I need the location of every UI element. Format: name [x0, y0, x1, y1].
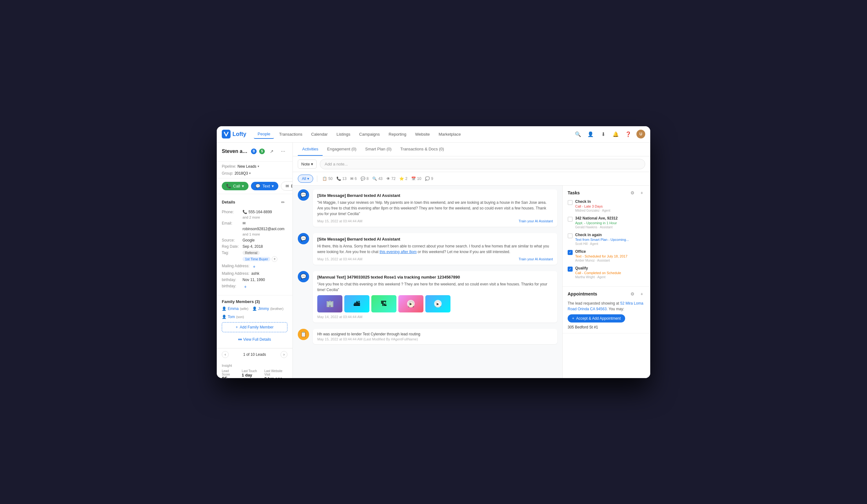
text-icon: 💬 — [255, 184, 260, 189]
call-button[interactable]: 📞 Call ▾ — [222, 182, 248, 190]
task-check-5[interactable]: ✓ — [568, 267, 572, 272]
add-mailing1-button[interactable]: + — [251, 264, 257, 269]
activity-title-4: Hh was assigned to lender Test Cylender … — [317, 332, 553, 336]
gallery-img-5[interactable]: 🏠 ▶ — [425, 295, 450, 312]
nav-item-listings[interactable]: Listings — [333, 130, 354, 139]
appointments-settings-icon[interactable]: ⚙ — [629, 290, 636, 297]
tom-name[interactable]: Tom — [228, 315, 235, 319]
activity-avatar-2: 💬 — [298, 233, 309, 244]
tag-referral[interactable]: Referral — [243, 250, 260, 255]
contact-name-row: Steven and Kristi... B $ ↗ ⋯ — [222, 147, 287, 156]
activity-time-1: May 15, 2022 at 03:44:44 AM — [317, 219, 363, 223]
gallery-img-3[interactable]: 🏗 — [371, 295, 396, 312]
next-lead-button[interactable]: › — [280, 351, 287, 358]
notification-icon[interactable]: 🔔 — [611, 130, 620, 139]
activity-link-2[interactable]: this evening after 8pm — [379, 250, 417, 254]
note-type-selector[interactable]: Note ▾ — [298, 160, 317, 169]
train-link-2[interactable]: Train your AI Assistant — [518, 257, 553, 261]
tasks-settings-icon[interactable]: ⚙ — [629, 189, 636, 196]
add-birthday-button[interactable]: + — [243, 284, 248, 290]
filter-calendar-count[interactable]: 📅 10 — [411, 176, 421, 181]
detail-email: Email: ✉ robinson92812@aol.com and 1 mor… — [222, 221, 287, 236]
activity-meta-2: May 15, 2022 at 03:44:44 AM Train your A… — [317, 257, 553, 261]
task-agent-5: Martha Wright · Agent — [575, 276, 645, 279]
left-sidebar: Steven and Kristi... B $ ↗ ⋯ Pipeline: N… — [217, 142, 293, 378]
more-options-icon[interactable]: ⋯ — [279, 147, 287, 156]
add-family-member-button[interactable]: + Add Family Member — [222, 322, 287, 332]
task-check-3[interactable] — [568, 233, 572, 238]
emma-name[interactable]: Emma — [228, 307, 239, 311]
filter-email-count[interactable]: ✉ 6 — [350, 176, 357, 181]
tab-activities[interactable]: Activities — [298, 143, 323, 156]
nav-item-people[interactable]: People — [254, 130, 274, 139]
play-button-2[interactable]: ▶ — [434, 300, 442, 308]
prev-lead-button[interactable]: ‹ — [222, 351, 229, 358]
search-icon[interactable]: 🔍 — [574, 130, 582, 139]
filter-activity-count[interactable]: 📋 50 — [322, 176, 332, 181]
right-panel: Activities Engagement (0) Smart Plan (0)… — [293, 142, 650, 378]
nav-item-transactions[interactable]: Transactions — [275, 130, 306, 139]
nav-item-campaigns[interactable]: Campaigns — [355, 130, 384, 139]
nav-item-calendar[interactable]: Calendar — [307, 130, 331, 139]
filter-chat-count[interactable]: 💬 8 — [361, 176, 369, 181]
contacts-icon[interactable]: 👤 — [586, 130, 595, 139]
tag-1st-buyer[interactable]: 1st Time Buyer — [243, 257, 270, 261]
accept-icon: + — [572, 316, 574, 321]
nav-item-reporting[interactable]: Reporting — [385, 130, 410, 139]
group-selector[interactable]: Group: 2018Q3 ▾ — [222, 171, 251, 175]
email-extra[interactable]: and 1 more — [243, 232, 260, 236]
text-button[interactable]: 💬 Text ▾ — [251, 182, 278, 190]
user-avatar[interactable]: U — [636, 130, 645, 139]
search-filter-icon: 🔍 — [372, 176, 377, 181]
nav-item-website[interactable]: Website — [411, 130, 434, 139]
insight-metrics: Lead Score 85 ↑ Last Touch 1 day ago Las… — [222, 369, 287, 378]
download-icon[interactable]: ⬇ — [599, 130, 608, 139]
view-full-details-button[interactable]: ▾▾ View Full Details — [222, 335, 287, 344]
task-check-4[interactable]: ✓ — [568, 250, 572, 255]
accept-add-appointment-button[interactable]: + Accept & Add Appointment — [568, 314, 625, 322]
email-button[interactable]: ✉ Email — [281, 182, 293, 191]
task-item-3: Check in again Text from Smart Plan - Up… — [568, 233, 645, 246]
filter-call-count[interactable]: 📞 13 — [336, 176, 346, 181]
person-icon-2: 👤 — [252, 307, 257, 311]
task-agent-2: Gerald Hawkins · Assistant — [575, 225, 645, 229]
nav-item-marketplace[interactable]: Marketplace — [435, 130, 464, 139]
note-input[interactable]: Add a note... — [320, 159, 645, 169]
help-icon[interactable]: ❓ — [624, 130, 633, 139]
share-icon[interactable]: ↗ — [267, 147, 276, 156]
activity-title-2: [Site Message] Bernard texted AI Assista… — [317, 237, 553, 242]
task-title-4: Office — [575, 249, 645, 254]
gallery-img-4[interactable]: 👩 ▶ — [398, 295, 424, 312]
pipeline-selector[interactable]: Pipeline: New Leads ▾ — [222, 164, 259, 169]
task-check-2[interactable] — [568, 217, 572, 222]
jimmy-name[interactable]: Jimmy — [258, 307, 269, 311]
train-link-1[interactable]: Train your AI Assistant — [518, 219, 553, 223]
gallery-img-1[interactable]: 🏢 — [317, 295, 342, 312]
activity-meta-1: May 15, 2022 at 03:44:44 AM Train your A… — [317, 219, 553, 223]
emma-relation: (wife) — [240, 307, 248, 311]
appointments-add-icon[interactable]: + — [638, 290, 645, 297]
birthday1-value: Nov 11, 1990 — [243, 278, 265, 282]
activity-item-1: 💬 [Site Message] Bernard texted AI Assis… — [298, 189, 557, 227]
filter-comment-count[interactable]: 💭 9 — [425, 176, 433, 181]
play-button-1[interactable]: ▶ — [407, 300, 415, 308]
badge-s: $ — [259, 149, 265, 154]
add-tag-button[interactable]: + — [272, 256, 277, 262]
filter-search-count[interactable]: 🔍 43 — [372, 176, 382, 181]
filter-view-count[interactable]: 👁 72 — [386, 176, 396, 181]
email-label: Email: — [222, 221, 240, 225]
filter-star-count[interactable]: ⭐ 2 — [399, 176, 407, 181]
edit-details-icon[interactable]: ✏ — [279, 198, 287, 207]
filter-all-button[interactable]: All ▾ — [298, 175, 313, 183]
tab-smart-plan[interactable]: Smart Plan (0) — [361, 143, 396, 156]
task-title-2: 342 National Ave, 92312 — [575, 216, 645, 221]
tab-transactions[interactable]: Transactions & Docs (0) — [396, 143, 448, 156]
gallery-img-2[interactable]: 🏙 — [344, 295, 370, 312]
insight-section: Insight Lead Score 85 ↑ Last Touch 1 day… — [217, 361, 292, 378]
tab-engagement[interactable]: Engagement (0) — [323, 143, 361, 156]
detail-source: Source: Google — [222, 238, 287, 243]
tasks-add-icon[interactable]: + — [638, 189, 645, 196]
phone-extra[interactable]: and 2 more — [243, 215, 260, 219]
task-item-5: ✓ Qualify Call - Completed on Schedule M… — [568, 266, 645, 279]
task-check-1[interactable] — [568, 200, 572, 205]
